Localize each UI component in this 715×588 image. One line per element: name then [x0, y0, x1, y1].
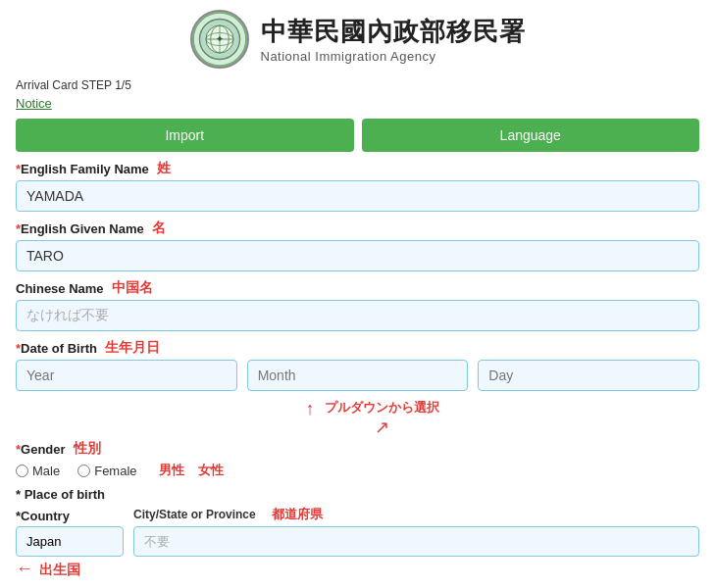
- pob-country-section: *Country: [16, 509, 124, 557]
- gender-female-ja: 女性: [198, 462, 224, 479]
- family-name-input-wrapper: required: [16, 180, 699, 212]
- gender-label: *Gender 性別: [16, 440, 699, 458]
- top-button-row: Import Language: [0, 115, 715, 160]
- logo-emblem: ✦: [190, 10, 249, 69]
- pulldown-annotation: ↑ プルダウンから選択 ↗: [16, 399, 699, 438]
- gender-female-radio[interactable]: [77, 465, 90, 477]
- dob-fields-row: [16, 360, 699, 391]
- pob-city-section: City/State or Province 都道府県: [133, 506, 699, 557]
- gender-notes-ja: 男性 女性: [159, 462, 224, 479]
- given-name-label: *English Given Name 名: [16, 220, 699, 237]
- chinese-name-label: Chinese Name 中国名: [16, 279, 699, 297]
- dob-year-input[interactable]: [16, 360, 237, 391]
- pob-group: * Place of birth *Country City/State or …: [16, 487, 699, 579]
- gender-female-label[interactable]: Female: [77, 464, 136, 478]
- gender-male-text: Male: [32, 464, 60, 478]
- pob-city-label-ja: 都道府県: [259, 507, 323, 521]
- svg-text:✦: ✦: [216, 34, 224, 44]
- gender-female-text: Female: [94, 464, 136, 478]
- import-button[interactable]: Import: [16, 119, 354, 152]
- header-text: 中華民國內政部移民署 National Immigration Agency: [261, 15, 526, 64]
- pob-city-input[interactable]: [133, 526, 699, 557]
- given-name-input-wrapper: [16, 240, 699, 271]
- arrow-right-icon: ↗: [375, 416, 389, 438]
- pob-country-input[interactable]: [16, 526, 124, 557]
- birth-country-annotation: ← 出生国: [16, 559, 699, 579]
- pob-label-text: * Place of birth: [16, 487, 105, 502]
- dob-day-input[interactable]: [478, 360, 699, 391]
- given-name-input[interactable]: [16, 240, 699, 271]
- given-name-group: *English Given Name 名: [16, 220, 699, 271]
- pob-label: * Place of birth: [16, 487, 699, 502]
- family-name-group: *English Family Name 姓 required: [16, 160, 699, 212]
- agency-name-cn: 中華民國內政部移民署: [261, 15, 526, 49]
- gender-options-row: Male Female 男性 女性: [16, 462, 699, 479]
- gender-male-ja: 男性: [159, 462, 184, 479]
- dob-label: *Date of Birth 生年月日: [16, 339, 699, 357]
- chinese-name-input-wrapper: [16, 300, 699, 331]
- arrow-left-icon: ←: [16, 559, 33, 579]
- agency-name-en: National Immigration Agency: [261, 49, 526, 64]
- pob-city-label: City/State or Province 都道府県: [133, 506, 699, 523]
- chinese-name-input[interactable]: [16, 300, 699, 331]
- notice-link[interactable]: Notice: [0, 94, 715, 115]
- pulldown-note: プルダウンから選択: [325, 399, 439, 416]
- step-label: Arrival Card STEP 1/5: [0, 74, 715, 94]
- dob-month-input[interactable]: [247, 360, 469, 391]
- family-name-label: *English Family Name 姓: [16, 160, 699, 177]
- header: ✦ 中華民國內政部移民署 National Immigration Agency: [0, 0, 715, 74]
- form: *English Family Name 姓 required *English…: [0, 160, 715, 579]
- dob-group: *Date of Birth 生年月日: [16, 339, 699, 391]
- pob-country-label: *Country: [16, 509, 124, 523]
- gender-male-radio[interactable]: [16, 465, 28, 477]
- arrow-up-left-icon: ↑: [306, 399, 315, 419]
- pob-row: *Country City/State or Province 都道府県: [16, 506, 699, 557]
- family-name-input[interactable]: [16, 180, 699, 212]
- chinese-name-group: Chinese Name 中国名: [16, 279, 699, 331]
- birth-country-note: 出生国: [39, 562, 80, 579]
- gender-male-label[interactable]: Male: [16, 464, 60, 478]
- gender-group: *Gender 性別 Male Female 男性 女性: [16, 440, 699, 479]
- language-button[interactable]: Language: [362, 119, 700, 152]
